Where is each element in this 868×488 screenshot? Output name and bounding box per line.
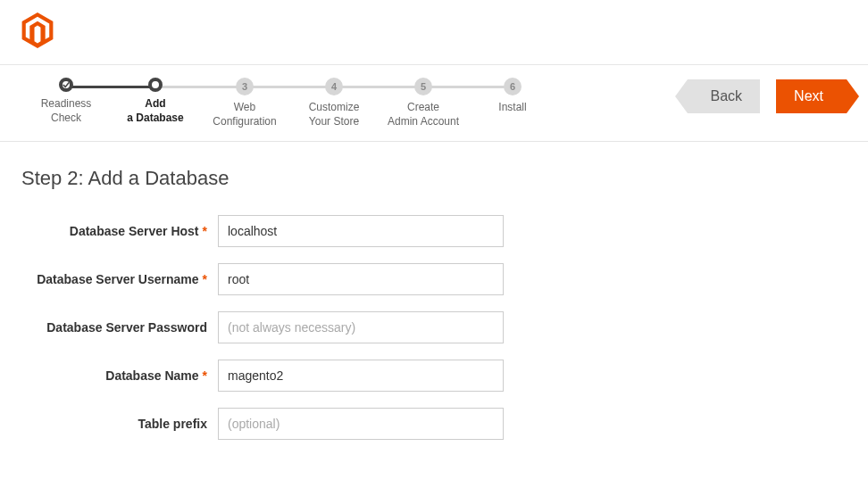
step-readiness-check[interactable]: ReadinessCheck (21, 78, 111, 125)
step-label: a Database (127, 112, 183, 124)
step-number: 6 (504, 78, 522, 95)
step-label: Readiness (41, 97, 92, 110)
label-db-name: Database Name* (21, 368, 218, 383)
label-db-username: Database Server Username* (21, 272, 218, 286)
wizard-steps: ReadinessCheck Adda Database 3 WebConfig… (21, 78, 688, 128)
db-name-input[interactable] (218, 360, 504, 392)
db-host-input[interactable] (218, 215, 504, 247)
step-install[interactable]: 6 Install (468, 78, 557, 115)
step-number: 4 (325, 78, 343, 95)
label-db-host: Database Server Host* (21, 224, 218, 238)
step-label: Add (145, 97, 165, 110)
db-password-input[interactable] (218, 311, 504, 343)
step-number: 3 (236, 78, 254, 95)
step-label: Configuration (213, 115, 276, 128)
step-number: 5 (414, 78, 432, 95)
step-label: Check (51, 112, 81, 124)
step-add-database[interactable]: Adda Database (111, 78, 200, 125)
next-button[interactable]: Next (776, 79, 847, 113)
db-username-input[interactable] (218, 263, 504, 295)
label-db-password: Database Server Password (21, 320, 218, 335)
step-label: Install (498, 101, 526, 113)
step-label: Create (407, 101, 439, 113)
step-label: Customize (309, 101, 360, 113)
table-prefix-input[interactable] (218, 408, 504, 440)
magento-logo (21, 12, 54, 48)
step-label: Your Store (309, 115, 359, 128)
label-table-prefix: Table prefix (21, 417, 218, 431)
step-label: Web (234, 101, 255, 113)
back-button[interactable]: Back (688, 79, 761, 113)
page-title: Step 2: Add a Database (21, 167, 847, 190)
step-label: Admin Account (388, 115, 459, 128)
